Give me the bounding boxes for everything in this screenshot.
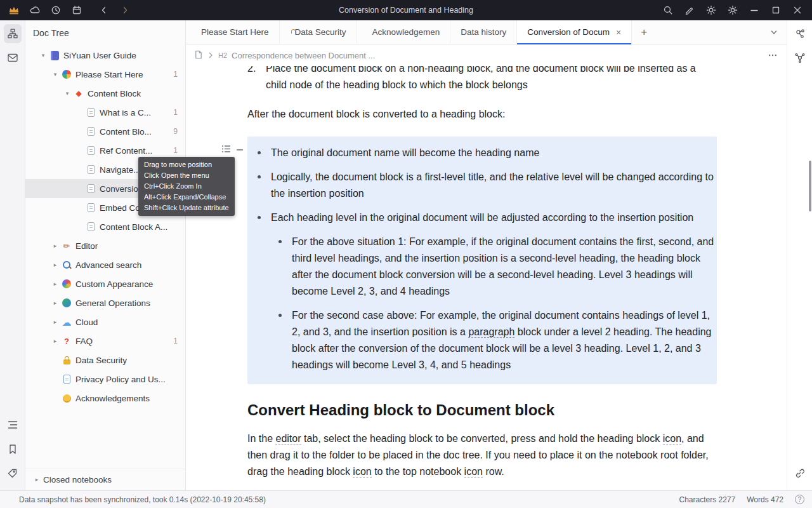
tree-item-label: Cloud xyxy=(75,318,98,327)
list-item-text: Place the document block on a non-headin… xyxy=(266,66,717,93)
chevron-right-icon[interactable]: ▸ xyxy=(32,477,42,483)
tag-icon[interactable] xyxy=(4,464,22,483)
list-item-text: Logically, the document block is a first… xyxy=(271,171,714,199)
doc-count: 1 xyxy=(169,108,178,117)
ref-text[interactable]: icon xyxy=(464,466,483,478)
settings-gear-icon[interactable] xyxy=(727,4,738,16)
tree-item-general-operations[interactable]: ▸ General Operations xyxy=(25,293,185,312)
tab-data-history[interactable]: Data history xyxy=(450,20,517,44)
tree-item-what-is-a-content-block[interactable]: What is a C... 1 xyxy=(25,103,185,122)
doc-tree-toggle-icon[interactable] xyxy=(4,24,22,43)
appearance-mode-icon[interactable] xyxy=(705,4,717,16)
new-tab-button[interactable]: + xyxy=(632,20,656,44)
tab-list-chevron-icon[interactable] xyxy=(761,20,787,44)
search-icon[interactable] xyxy=(662,4,674,16)
chevron-right-icon[interactable]: ▸ xyxy=(50,338,60,344)
backlinks-icon[interactable] xyxy=(791,464,809,483)
list-item: For the second case above: For example, … xyxy=(271,307,717,373)
tree-item-faq[interactable]: ▸ ? FAQ 1 xyxy=(25,331,185,351)
tab-please-start-here[interactable]: Please Start Here xyxy=(186,20,280,44)
outline-icon[interactable] xyxy=(4,415,22,434)
chevron-right-icon[interactable]: ▸ xyxy=(50,281,60,287)
graph-view-icon[interactable] xyxy=(791,24,809,43)
tab-conversion-of-document[interactable]: Conversion of Docum × xyxy=(517,20,632,44)
chevron-right-icon[interactable]: ▸ xyxy=(50,319,60,325)
back-icon[interactable] xyxy=(98,4,110,16)
daily-note-icon[interactable] xyxy=(71,4,82,16)
chevron-right-icon[interactable]: ▸ xyxy=(50,262,60,268)
tree-item-advanced-search[interactable]: ▸ Advanced search xyxy=(25,255,185,274)
doc-tree-panel: Doc Tree ▾ SiYuan User Guide ▾ Please St… xyxy=(25,20,186,490)
tooltip-line: Alt+Click Expand/Collapse xyxy=(144,192,229,203)
paragraph-text: to the top notebook xyxy=(372,466,464,477)
tree-item-please-start-here[interactable]: ▾ Please Start Here 1 xyxy=(25,65,185,84)
help-icon[interactable]: ? xyxy=(795,495,804,504)
tree-item-siyuan-user-guide[interactable]: ▾ SiYuan User Guide xyxy=(25,46,185,65)
tab-acknowledgements[interactable]: Acknowledgemen xyxy=(357,20,451,44)
ref-text[interactable]: paragraph xyxy=(468,326,514,338)
list-item: For the above situation 1: For example, … xyxy=(271,234,717,300)
tab-bar: Please Start Here Data Security Acknowle… xyxy=(186,20,787,44)
bookmark-icon[interactable] xyxy=(4,439,22,458)
lock-doc-icon xyxy=(60,356,73,364)
tree-item-privacy-policy[interactable]: Privacy Policy and Us... xyxy=(25,370,185,389)
tree-item-label: FAQ xyxy=(75,337,93,346)
left-dock-bottom xyxy=(4,415,22,490)
close-window-icon[interactable] xyxy=(792,4,803,16)
chevron-down-icon[interactable]: ▾ xyxy=(38,53,48,58)
tree-item-label: SiYuan User Guide xyxy=(63,51,136,60)
document-icon xyxy=(84,108,97,117)
data-history-icon[interactable] xyxy=(50,4,62,16)
sync-status-message: Data snapshot has been synchronized, too… xyxy=(19,495,266,504)
tree-item-label: Acknowledgements xyxy=(75,394,150,403)
scrollbar-thumb[interactable] xyxy=(809,161,811,211)
workspace-menu-icon[interactable] xyxy=(8,4,20,16)
tree-item-data-security[interactable]: Data Security xyxy=(25,351,185,370)
tree-item-cloud[interactable]: ▸ ☁ Cloud xyxy=(25,312,185,331)
tree-item-content-block-types[interactable]: Content Blo... 9 xyxy=(25,122,185,141)
ref-text[interactable]: icon xyxy=(353,466,371,478)
breadcrumb: H2 Correspondence between Document ... xyxy=(186,44,787,66)
tree-item-acknowledgements[interactable]: Acknowledgements xyxy=(25,389,185,408)
more-options-icon[interactable] xyxy=(768,50,778,60)
tree-item-content-block[interactable]: ▾ ◆ Content Block xyxy=(25,84,185,103)
forward-icon[interactable] xyxy=(119,4,131,16)
status-bar: Data snapshot has been synchronized, too… xyxy=(0,490,812,508)
global-graph-icon[interactable] xyxy=(791,48,809,67)
editor[interactable]: 2. Place the document block on a non-hea… xyxy=(186,66,787,490)
maximize-icon[interactable] xyxy=(770,4,782,16)
tree-item-content-block-attributes[interactable]: Content Block A... xyxy=(25,217,185,236)
minimize-icon[interactable] xyxy=(749,4,760,16)
section-heading: Convert Heading block to Document block xyxy=(247,402,717,418)
closed-notebooks-row[interactable]: ▸ Closed notebooks xyxy=(25,469,185,490)
left-dock xyxy=(0,20,25,490)
tooltip-line: Click Open the menu xyxy=(144,170,229,181)
doc-count: 1 xyxy=(169,70,178,79)
tab-data-security[interactable]: Data Security xyxy=(280,20,357,44)
palette-doc-icon xyxy=(60,279,73,288)
cloud-sync-icon[interactable] xyxy=(29,4,41,16)
paragraph-text: tab, select the heading block to be conv… xyxy=(301,433,663,444)
breadcrumb-item[interactable]: Correspondence between Document ... xyxy=(232,51,375,60)
edit-mode-icon[interactable] xyxy=(684,4,695,16)
chevron-right-icon[interactable]: ▸ xyxy=(50,300,60,306)
closed-notebooks-label: Closed notebooks xyxy=(43,475,112,485)
cloud-doc-icon: ☁ xyxy=(60,318,73,327)
paragraph-text: row. xyxy=(483,466,504,477)
ref-text[interactable]: icon xyxy=(663,433,681,444)
tree-item-custom-appearance[interactable]: ▸ Custom Appearance xyxy=(25,274,185,293)
selected-list-block[interactable]: The original document name will become t… xyxy=(247,137,717,384)
tab-close-icon[interactable]: × xyxy=(616,28,621,37)
drag-handle-icon[interactable] xyxy=(235,143,244,159)
chevron-down-icon[interactable]: ▾ xyxy=(62,91,72,97)
chevron-right-icon[interactable]: ▸ xyxy=(50,243,60,249)
ref-text[interactable]: editor xyxy=(275,433,301,444)
tab-label: Conversion of Docum xyxy=(527,27,610,37)
tree-item-label: Privacy Policy and Us... xyxy=(75,375,166,384)
list-item-text: The original document name will become t… xyxy=(271,147,539,158)
magnifier-doc-icon xyxy=(60,260,73,269)
inbox-icon[interactable] xyxy=(4,48,22,67)
chevron-down-icon[interactable]: ▾ xyxy=(50,72,60,77)
status-bar-right: Characters 2277 Words 472 ? xyxy=(679,495,804,504)
tree-item-editor[interactable]: ▸ ✏ Editor xyxy=(25,236,185,255)
